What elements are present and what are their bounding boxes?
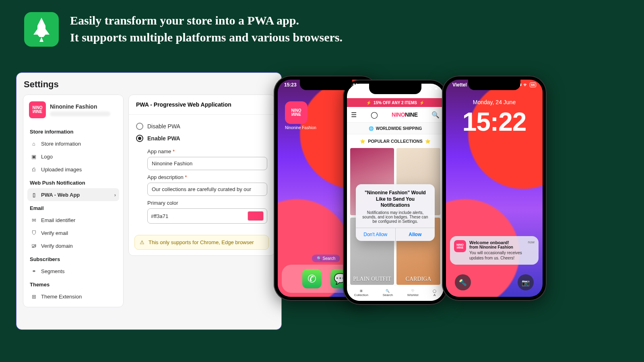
- shipping-banner: 🌐WORLDWIDE SHIPPING: [347, 122, 444, 134]
- nav-wishlist: ♡Wishlist: [407, 289, 419, 297]
- shield-icon: ⛉: [31, 230, 37, 236]
- mail-icon: ✉: [31, 217, 37, 223]
- sidebar: NINOИINE Ninonine Fashion Store informat…: [23, 95, 124, 307]
- lock-time: 15:22: [446, 107, 543, 137]
- globe-icon: 🌐: [369, 126, 374, 131]
- phone-store: 15:17▮▮▮ ᯤ ▭ ⚡15% OFF ANY 2 ITEMS⚡ ☰ ◯ N…: [343, 80, 448, 305]
- users-icon: ⚭: [31, 268, 37, 274]
- section-email: Email: [27, 201, 119, 214]
- status-icons: ▮▮▮ ᯤ ▭: [420, 86, 437, 92]
- radio-disable-pwa[interactable]: Disable PWA: [136, 120, 267, 132]
- section-store-info: Store information: [27, 125, 119, 137]
- search-pill: 🔍 Search: [312, 255, 340, 262]
- app-logo: [24, 12, 59, 47]
- star-icon: ⭐: [425, 139, 431, 144]
- camera-button: 📷: [518, 274, 534, 290]
- device-icon: ▯: [31, 191, 37, 198]
- nav-uploaded-images[interactable]: ⎙Uploaded images: [27, 163, 119, 176]
- radio-enable-pwa[interactable]: Enable PWA: [136, 132, 267, 144]
- alert-body: Notifications may include alerts, sounds…: [361, 210, 429, 224]
- store-logo: NINOИINE: [29, 101, 46, 118]
- nav-verify-domain[interactable]: 🖳Verify domain: [27, 239, 119, 252]
- domain-icon: 🖳: [31, 243, 37, 249]
- star-icon: ⭐: [360, 139, 365, 144]
- radio-icon: [136, 123, 143, 130]
- store-domain-redacted: [50, 111, 110, 116]
- color-swatch[interactable]: [248, 211, 264, 221]
- pwa-app-icon: NINOИINE Ninonine Fashion: [285, 101, 316, 130]
- search-icon: 🔍: [431, 111, 440, 119]
- lock-date: Monday, 24 June: [446, 99, 543, 105]
- store-name: Ninonine Fashion: [50, 103, 110, 110]
- carrier: Viettel: [452, 82, 467, 88]
- alert-deny-button[interactable]: Don't Allow: [356, 228, 396, 241]
- brand-logo: NINONINE: [392, 111, 417, 118]
- notification-permission-alert: "Ninonine Fashion" Would Like to Send Yo…: [356, 184, 435, 241]
- alert-allow-button[interactable]: Allow: [396, 228, 435, 241]
- notif-time: now: [528, 240, 535, 244]
- store-icon: ⌂: [31, 140, 37, 147]
- pwa-form-card: PWA - Progressive Web Application Disabl…: [128, 95, 275, 256]
- form-heading: PWA - Progressive Web Application: [129, 95, 275, 115]
- section-themes: Themes: [27, 278, 119, 290]
- label-app-name: App name *: [147, 148, 267, 154]
- input-app-name[interactable]: [147, 157, 267, 170]
- store-header: ☰ ◯ NINONINE 🔍: [347, 107, 444, 122]
- radio-checked-icon: [136, 135, 143, 142]
- notif-from: from Ninonine Fashion: [469, 245, 513, 249]
- grid-icon: ⊞: [31, 293, 37, 300]
- section-subscribers: Subscribers: [27, 252, 119, 265]
- nav-store-information[interactable]: ⌂Store information: [27, 137, 119, 150]
- label-app-description: App description *: [147, 174, 267, 180]
- nav-account: ◯A: [433, 289, 436, 297]
- nav-logo[interactable]: ▣Logo: [27, 150, 119, 163]
- promo-bar: ⚡15% OFF ANY 2 ITEMS⚡: [347, 98, 444, 107]
- phone-previews: 15:23▮▮▮ ᯤ ▭ NINOИINE Ninonine Fashion 🔍…: [274, 68, 628, 362]
- upload-icon: ⎙: [31, 166, 37, 173]
- nav-pwa-web-app[interactable]: ▯PWA - Web App›: [27, 188, 119, 201]
- label-primary-color: Primary color: [147, 200, 267, 206]
- bolt-icon: ⚡: [419, 101, 424, 105]
- notif-body: You will occasionally receives updates f…: [469, 250, 535, 261]
- flashlight-button: 🔦: [455, 274, 471, 290]
- settings-panel: Settings NINOИINE Ninonine Fashion Store…: [16, 72, 282, 330]
- account-icon: ◯: [371, 111, 378, 119]
- input-primary-color[interactable]: [147, 208, 267, 224]
- store-header[interactable]: NINOИINE Ninonine Fashion: [27, 99, 119, 122]
- bolt-icon: ⚡: [366, 101, 371, 105]
- input-app-description[interactable]: [147, 183, 267, 196]
- rocket-icon: [31, 17, 52, 42]
- nav-search: 🔍Search: [383, 289, 393, 297]
- browser-warning: ⚠ This only supports for Chrome, Edge br…: [134, 235, 269, 250]
- image-icon: ▣: [31, 153, 37, 160]
- popular-heading: ⭐POPULAR COLLECTIONS⭐: [347, 135, 444, 147]
- chevron-right-icon: ›: [114, 192, 116, 198]
- alert-title: "Ninonine Fashion" Would Like to Send Yo…: [361, 190, 429, 209]
- push-notification: NINOИINE Welcome onboard! from Ninonine …: [450, 236, 539, 265]
- phone-lockscreen: Viettel▮▮ ᯤ 66 Monday, 24 June 15:22 NIN…: [442, 76, 547, 301]
- notif-title: Welcome onboard!: [469, 240, 513, 245]
- nav-segments[interactable]: ⚭Segments: [27, 265, 119, 278]
- phone-app-icon: ✆: [302, 269, 322, 288]
- status-time: 15:17: [353, 86, 366, 92]
- input-color-hex[interactable]: [151, 213, 248, 219]
- settings-title: Settings: [23, 79, 275, 90]
- nav-collection: ⊞Collection: [354, 289, 368, 297]
- tagline: Easily transform your store into a PWA a…: [70, 12, 343, 46]
- status-time: 15:23: [284, 82, 297, 88]
- notif-app-icon: NINOИINE: [454, 240, 466, 252]
- nav-email-identifier[interactable]: ✉Email identifier: [27, 214, 119, 226]
- warning-icon: ⚠: [140, 239, 144, 245]
- nav-verify-email[interactable]: ⛉Verify email: [27, 226, 119, 239]
- menu-icon: ☰: [351, 111, 357, 119]
- nav-theme-extension[interactable]: ⊞Theme Extension: [27, 290, 119, 303]
- section-push: Web Push Notification: [27, 176, 119, 188]
- bottom-nav: ⊞Collection 🔍Search ♡Wishlist ◯A: [347, 285, 444, 301]
